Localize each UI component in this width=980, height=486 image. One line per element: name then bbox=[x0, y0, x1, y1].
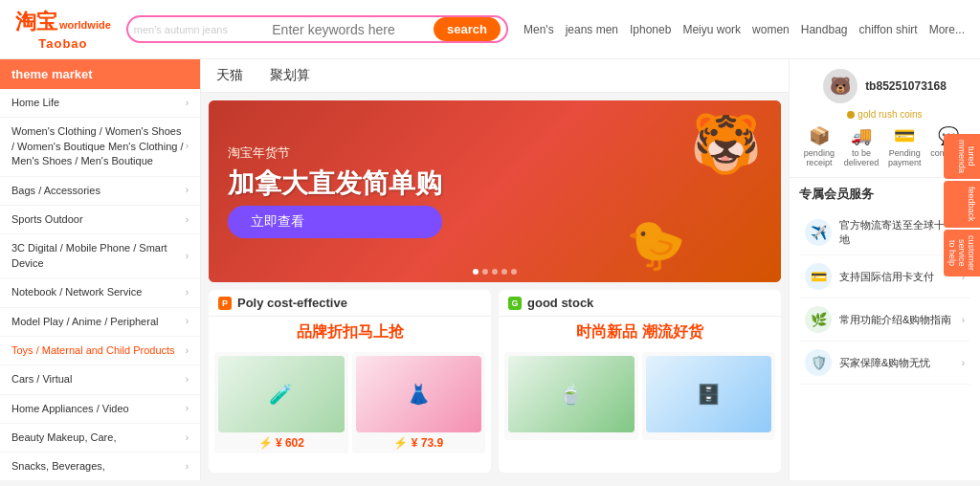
sidebar-item-label: Home Appliances / Video bbox=[11, 402, 129, 416]
nav-link[interactable]: women bbox=[752, 23, 790, 36]
chevron-right-icon: › bbox=[962, 315, 965, 325]
chevron-right-icon: › bbox=[186, 402, 189, 415]
section-title: Poly cost-effective bbox=[237, 296, 347, 310]
header: 淘宝 worldwide Taobao men's autumn jeans s… bbox=[0, 0, 980, 59]
search-button[interactable]: search bbox=[434, 17, 501, 41]
search-input[interactable] bbox=[234, 22, 434, 37]
chevron-right-icon: › bbox=[186, 97, 189, 110]
product-image: 🧪 bbox=[218, 356, 345, 432]
product-price: ⚡ ¥ 602 bbox=[218, 436, 345, 450]
user-action[interactable]: 📦pending receipt bbox=[804, 125, 835, 167]
tab[interactable]: 天猫 bbox=[212, 65, 247, 86]
search-hint: men's autumn jeans bbox=[134, 24, 228, 35]
product-image: 🍵 bbox=[508, 356, 635, 432]
banner-main-text: 加拿大直发简单购 bbox=[228, 166, 442, 202]
sidebar-item[interactable]: Beauty Makeup, Care,› bbox=[0, 424, 200, 453]
product-image: 👗 bbox=[356, 356, 482, 432]
sidebar-item-label: Toys / Maternal and Child Products bbox=[11, 343, 175, 358]
sidebar-item-label: Home Life bbox=[11, 96, 59, 110]
sidebar-item-label: Snacks, Beverages, bbox=[11, 459, 105, 474]
user-action-label: pending receipt bbox=[804, 148, 835, 167]
banner-cta-button[interactable]: 立即查看 bbox=[228, 206, 442, 238]
banner-decoration-right: 🐯 bbox=[690, 110, 762, 178]
section-title: good stock bbox=[527, 296, 593, 310]
sidebar-item-label: Notebook / Network Service bbox=[11, 285, 142, 299]
sidebar-item[interactable]: Snacks, Beverages,› bbox=[0, 453, 200, 480]
member-service-item[interactable]: 🌿常用功能介绍&购物指南› bbox=[799, 298, 970, 342]
product-promo-text: 品牌折扣马上抢 bbox=[209, 317, 491, 348]
side-tab[interactable]: customer service to help bbox=[944, 230, 980, 276]
member-service-icon: 💳 bbox=[805, 263, 832, 290]
nav-link[interactable]: chiffon shirt bbox=[859, 23, 918, 36]
nav-links: Men'sjeans menIphonebMeiyu workwomenHand… bbox=[523, 23, 965, 36]
product-promo-text: 时尚新品 潮流好货 bbox=[499, 317, 781, 348]
sidebar-item[interactable]: Home Life› bbox=[0, 89, 200, 118]
lightning-icon: ⚡ bbox=[393, 436, 408, 450]
user-action[interactable]: 🚚to be delivered bbox=[844, 125, 880, 167]
user-action-label: Pending payment bbox=[888, 148, 922, 167]
side-tabs: tured mmendafeedbackcustomer service to … bbox=[944, 134, 980, 276]
nav-link[interactable]: Handbag bbox=[801, 23, 848, 36]
chevron-right-icon: › bbox=[186, 373, 189, 387]
nav-link[interactable]: More... bbox=[929, 23, 965, 36]
banner-top-text: 淘宝年货节 bbox=[228, 144, 442, 162]
sidebar-item[interactable]: Women's Clothing / Women's Shoes / Women… bbox=[0, 118, 200, 176]
products-row: PPoly cost-effective品牌折扣马上抢🧪⚡ ¥ 602👗⚡ ¥ … bbox=[201, 290, 789, 480]
banner-dots bbox=[473, 269, 517, 275]
sidebar-item[interactable]: 3C Digital / Mobile Phone / Smart Device… bbox=[0, 234, 200, 278]
member-service-icon: 🛡️ bbox=[805, 349, 832, 376]
user-action-label: to be delivered bbox=[844, 148, 880, 167]
sidebar-item[interactable]: Notebook / Network Service› bbox=[0, 278, 200, 307]
nav-link[interactable]: jeans men bbox=[566, 23, 618, 36]
chevron-right-icon: › bbox=[186, 315, 189, 328]
sidebar-item[interactable]: Bags / Accessories› bbox=[0, 177, 200, 206]
sidebar-item[interactable]: Sports Outdoor› bbox=[0, 206, 200, 234]
nav-link[interactable]: Men's bbox=[523, 23, 554, 36]
user-action[interactable]: 💳Pending payment bbox=[888, 125, 922, 167]
product-item[interactable]: 🧪⚡ ¥ 602 bbox=[214, 352, 348, 453]
gold-dot bbox=[847, 111, 855, 119]
sidebar-item[interactable]: Cars / Virtual› bbox=[0, 365, 200, 394]
product-item[interactable]: 🗄️ bbox=[642, 352, 776, 440]
nav-link[interactable]: Meiyu work bbox=[682, 23, 741, 36]
member-service-text: 买家保障&购物无忧 bbox=[839, 356, 954, 370]
tab[interactable]: 聚划算 bbox=[266, 65, 314, 86]
member-service-text: 官方物流寄送至全球十地 bbox=[839, 218, 954, 247]
center-panel: 天猫聚划算 淘宝年货节 加拿大直发简单购 立即查看 🐯 🐤 bbox=[201, 59, 789, 480]
username: tb85251073168 bbox=[865, 79, 947, 93]
product-item[interactable]: 🍵 bbox=[504, 352, 638, 440]
product-item[interactable]: 👗⚡ ¥ 73.9 bbox=[352, 352, 486, 453]
side-tab[interactable]: feedback bbox=[944, 181, 980, 228]
gold-badge: gold rush coins bbox=[799, 109, 970, 120]
member-service-item[interactable]: 🛡️买家保障&购物无忧› bbox=[799, 342, 970, 385]
product-image: 🗄️ bbox=[646, 356, 772, 432]
search-bar: men's autumn jeans search bbox=[126, 15, 508, 43]
chevron-right-icon: › bbox=[186, 250, 189, 263]
product-section-header: PPoly cost-effective bbox=[209, 290, 491, 317]
product-price: ⚡ ¥ 73.9 bbox=[356, 436, 482, 450]
nav-link[interactable]: Iphoneb bbox=[630, 23, 671, 36]
member-service-text: 支持国际信用卡支付 bbox=[839, 270, 954, 284]
sidebar-header: theme market bbox=[0, 59, 200, 89]
sidebar-item-label: Cars / Virtual bbox=[11, 372, 72, 387]
member-service-icon: ✈️ bbox=[805, 219, 832, 246]
product-section: PPoly cost-effective品牌折扣马上抢🧪⚡ ¥ 602👗⚡ ¥ … bbox=[209, 290, 491, 473]
sidebar-item[interactable]: Home Appliances / Video› bbox=[0, 395, 200, 424]
sidebar-item-label: Women's Clothing / Women's Shoes / Women… bbox=[11, 124, 186, 168]
chevron-right-icon: › bbox=[186, 184, 189, 197]
sidebar-item-label: Sports Outdoor bbox=[11, 212, 83, 227]
chevron-right-icon: › bbox=[186, 460, 189, 474]
member-service-text: 常用功能介绍&购物指南 bbox=[839, 313, 954, 327]
side-tab[interactable]: tured mmenda bbox=[944, 134, 980, 179]
chevron-right-icon: › bbox=[186, 213, 189, 227]
logo: 淘宝 worldwide Taobao bbox=[15, 8, 111, 51]
lightning-icon: ⚡ bbox=[258, 436, 273, 450]
sidebar-item[interactable]: Model Play / Anime / Peripheral› bbox=[0, 308, 200, 337]
sidebar-item-label: Beauty Makeup, Care, bbox=[11, 431, 116, 445]
chevron-right-icon: › bbox=[962, 358, 965, 368]
product-items: 🍵🗄️ bbox=[499, 348, 781, 444]
sidebar-item-label: Bags / Accessories bbox=[11, 184, 100, 198]
gold-badge-label: gold rush coins bbox=[858, 109, 922, 120]
sidebar-item[interactable]: Toys / Maternal and Child Products› bbox=[0, 337, 200, 365]
logo-cn: 淘宝 bbox=[15, 8, 57, 36]
